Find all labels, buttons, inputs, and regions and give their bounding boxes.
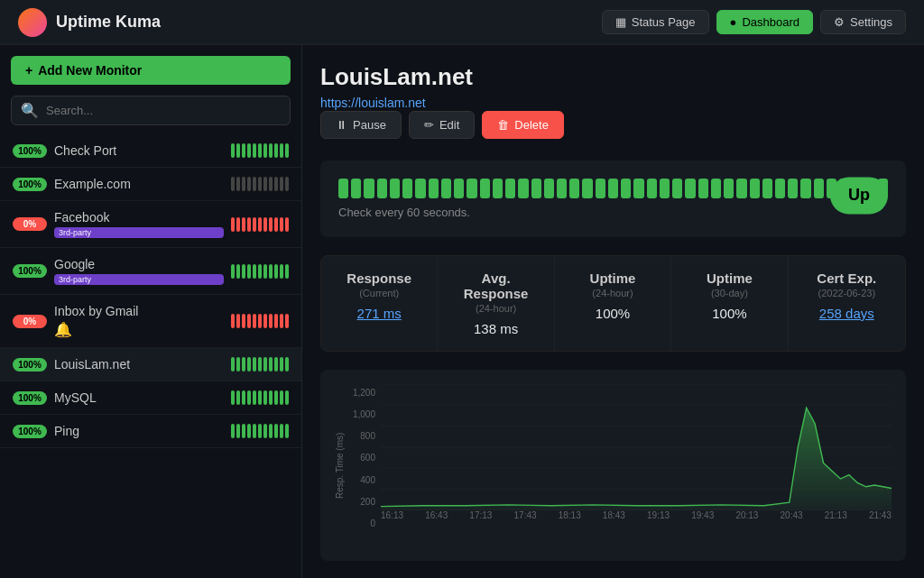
stat-label: Uptime	[686, 271, 772, 286]
stat-sublabel: (2022-06-23)	[803, 288, 891, 298]
dashboard-button[interactable]: ● Dashboard	[716, 10, 813, 34]
monitor-item-check-port[interactable]: 100% Check Port	[0, 134, 301, 168]
main-layout: + Add New Monitor 🔍 100% Check Port 100%…	[0, 45, 924, 578]
status-segments	[338, 179, 888, 198]
edit-button[interactable]: ✏ Edit	[409, 111, 475, 139]
stat-value: 138 ms	[452, 321, 539, 336]
stats-row: Response (Current) 271 ms Avg. Response …	[320, 255, 906, 352]
monitor-item-google[interactable]: 100% Google 3rd-party	[0, 248, 301, 295]
monitor-name: MySQL	[54, 390, 224, 405]
status-bars	[231, 177, 289, 191]
status-page-icon: ▦	[615, 15, 626, 29]
response-chart: Resp. Time (ms) 1,2001,0008006004002000	[320, 370, 906, 561]
search-container: 🔍	[11, 96, 291, 125]
status-page-label: Status Page	[632, 15, 696, 29]
stat-label: Uptime	[569, 271, 656, 286]
stat-value[interactable]: 258 days	[803, 306, 891, 321]
status-page-button[interactable]: ▦ Status Page	[602, 10, 709, 34]
page-title: LouisLam.net	[320, 63, 906, 91]
uptime-badge: 100%	[13, 425, 47, 438]
monitor-item-inbox[interactable]: 0% Inbox by Gmail 🔔	[0, 295, 301, 348]
search-icon: 🔍	[21, 102, 39, 119]
pause-button[interactable]: ⏸ Pause	[320, 111, 402, 139]
dashboard-icon: ●	[730, 15, 737, 29]
status-bars	[231, 424, 289, 438]
status-bars	[231, 143, 289, 158]
edit-icon: ✏	[424, 118, 434, 132]
delete-label: Delete	[514, 118, 549, 132]
action-buttons: ⏸ Pause ✏ Edit 🗑 Delete	[320, 111, 906, 139]
stat-value: 100%	[686, 306, 772, 321]
header-nav: ▦ Status Page ● Dashboard ⚙ Settings	[602, 10, 906, 34]
app-name: Uptime Kuma	[56, 13, 161, 32]
monitor-item-louislam[interactable]: 100% LouisLam.net	[0, 348, 301, 381]
uptime-badge: 100%	[13, 144, 47, 158]
uptime-badge: 100%	[13, 264, 47, 278]
status-bars	[231, 314, 289, 328]
y-axis-label: Resp. Time (ms)	[335, 384, 345, 546]
chart-svg	[381, 384, 892, 510]
monitor-item-facebook[interactable]: 0% Facebook 3rd-party	[0, 201, 301, 248]
edit-label: Edit	[439, 118, 459, 132]
add-monitor-label: Add New Monitor	[38, 63, 142, 78]
uptime-badge: 0%	[13, 217, 47, 231]
detail-content: LouisLam.net https://louislam.net ⏸ Paus…	[302, 45, 924, 578]
check-frequency: Check every 60 seconds.	[338, 206, 888, 219]
search-input[interactable]	[46, 104, 281, 117]
sidebar: + Add New Monitor 🔍 100% Check Port 100%…	[0, 45, 302, 578]
stat-label: Response	[336, 271, 422, 286]
uptime-badge: 100%	[13, 178, 47, 191]
add-monitor-button[interactable]: + Add New Monitor	[11, 56, 291, 85]
status-bars	[231, 217, 289, 232]
up-status-badge: Up	[830, 177, 888, 214]
monitor-url-link[interactable]: https://louislam.net	[320, 96, 426, 110]
status-bar-area: Check every 60 seconds. Up	[320, 161, 906, 237]
monitor-name: Ping	[54, 424, 224, 438]
stat-cert-exp: Cert Exp. (2022-06-23) 258 days	[789, 256, 905, 351]
stat-uptime-30d: Uptime (30-day) 100%	[671, 256, 788, 351]
gear-icon: ⚙	[834, 15, 845, 29]
stat-response-current: Response (Current) 271 ms	[321, 256, 438, 351]
monitor-name: Facebook	[54, 210, 224, 225]
stat-label: Cert Exp.	[803, 271, 891, 286]
third-party-badge: 3rd-party	[54, 227, 224, 238]
status-bars	[231, 390, 289, 405]
stat-avg-response: Avg. Response (24-hour) 138 ms	[438, 256, 554, 351]
stat-sublabel: (30-day)	[686, 288, 772, 298]
monitor-list: 100% Check Port 100% Example.com 0% Face…	[0, 134, 301, 578]
dashboard-label: Dashboard	[742, 15, 799, 29]
stat-sublabel: (24-hour)	[569, 288, 656, 298]
app-logo: Uptime Kuma	[18, 8, 161, 37]
plus-icon: +	[25, 63, 32, 78]
status-bars	[231, 264, 289, 279]
third-party-badge: 3rd-party	[54, 274, 224, 285]
pause-label: Pause	[353, 118, 386, 132]
stat-value: 100%	[569, 306, 656, 321]
settings-label: Settings	[850, 15, 892, 29]
settings-button[interactable]: ⚙ Settings	[820, 10, 906, 34]
stat-label: Avg. Response	[452, 271, 539, 301]
uptime-badge: 0%	[13, 315, 47, 328]
stat-sublabel: (Current)	[336, 288, 422, 298]
y-axis: 1,2001,0008006004002000	[348, 384, 381, 546]
pause-icon: ⏸	[336, 118, 347, 132]
monitor-name: LouisLam.net	[54, 357, 224, 372]
uptime-badge: 100%	[13, 358, 47, 372]
delete-icon: 🗑	[497, 118, 509, 132]
stat-uptime-24h: Uptime (24-hour) 100%	[555, 256, 671, 351]
monitor-name: Inbox by Gmail	[54, 304, 224, 318]
uptime-badge: 100%	[13, 391, 47, 405]
monitor-item-ping[interactable]: 100% Ping	[0, 415, 301, 448]
stat-sublabel: (24-hour)	[452, 303, 539, 314]
delete-button[interactable]: 🗑 Delete	[482, 111, 564, 139]
monitor-item-mysql[interactable]: 100% MySQL	[0, 381, 301, 415]
x-axis: 16:1316:4317:1317:4318:1318:4319:1319:43…	[381, 510, 892, 520]
monitor-name: Check Port	[54, 143, 224, 158]
monitor-name: Google	[54, 257, 224, 271]
monitor-name: Example.com	[54, 177, 224, 191]
logo-icon	[18, 8, 47, 37]
stat-value[interactable]: 271 ms	[336, 306, 422, 321]
status-bars	[231, 357, 289, 372]
monitor-item-example[interactable]: 100% Example.com	[0, 168, 301, 201]
header: Uptime Kuma ▦ Status Page ● Dashboard ⚙ …	[0, 0, 924, 45]
